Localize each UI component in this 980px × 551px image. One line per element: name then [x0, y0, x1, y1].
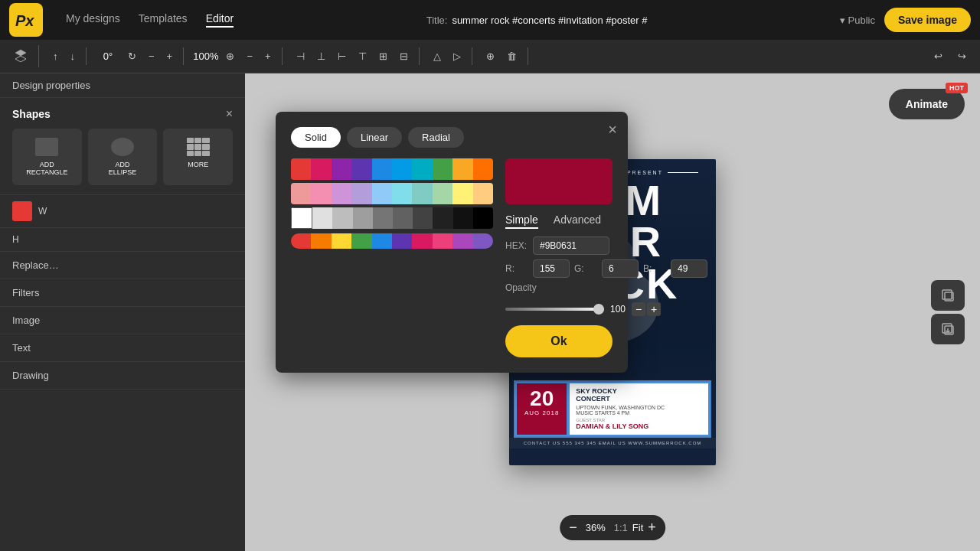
tab-radial[interactable]: Radial — [408, 127, 464, 148]
animate-button[interactable]: HOT Animate — [889, 89, 965, 119]
flip-v-button[interactable]: ▷ — [449, 47, 466, 65]
swatch[interactable] — [351, 158, 371, 180]
mode-simple[interactable]: Simple — [505, 212, 538, 229]
swatch[interactable] — [412, 233, 432, 249]
zoom-icon[interactable]: ⊕ — [221, 47, 239, 65]
swatch[interactable] — [392, 158, 412, 180]
swatch[interactable] — [412, 183, 432, 204]
move-up-button[interactable]: ↑ — [48, 47, 63, 65]
save-image-button[interactable]: Save image — [884, 8, 971, 32]
swatch[interactable] — [473, 158, 493, 180]
swatch[interactable] — [353, 207, 373, 229]
swatch[interactable] — [372, 158, 392, 180]
redo-button[interactable]: ↪ — [953, 47, 971, 65]
swatch[interactable] — [372, 233, 392, 249]
replace-label[interactable]: Replace… — [0, 252, 245, 279]
align-top-button[interactable]: ⊤ — [354, 47, 371, 65]
add-rectangle-button[interactable]: ADD RECTANGLE — [12, 129, 82, 185]
swatch[interactable] — [473, 183, 493, 204]
align-left-button[interactable]: ⊣ — [292, 47, 309, 65]
logo[interactable]: Px — [9, 3, 43, 37]
refresh-icon[interactable]: ↻ — [123, 47, 141, 65]
fill-color-row[interactable]: W — [0, 195, 245, 228]
undo-button[interactable]: ↩ — [929, 47, 947, 65]
title-value[interactable]: summer rock #concerts #invitation #poste… — [452, 15, 647, 26]
g-input[interactable] — [602, 259, 639, 278]
zoom-fit-button[interactable]: Fit — [632, 522, 643, 533]
add-more-button[interactable]: MORE — [163, 129, 233, 185]
replace-item[interactable]: H — [0, 228, 245, 252]
zoom-plus-button[interactable]: + — [260, 47, 276, 65]
align-center-button[interactable]: ⊥ — [312, 47, 330, 65]
swatch[interactable] — [393, 207, 413, 229]
rotate-plus-button[interactable]: + — [162, 47, 178, 65]
rotate-minus-button[interactable]: − — [144, 47, 159, 65]
swatch[interactable] — [332, 158, 351, 180]
text-label[interactable]: Text — [0, 334, 245, 362]
swatch[interactable] — [392, 183, 412, 204]
swatch[interactable] — [291, 183, 311, 204]
swatch[interactable] — [412, 158, 432, 180]
swatch[interactable] — [291, 207, 312, 229]
drawing-label[interactable]: Drawing — [0, 362, 245, 390]
move-down-button[interactable]: ↓ — [66, 47, 80, 65]
swatch[interactable] — [392, 233, 412, 249]
ok-button[interactable]: Ok — [505, 325, 612, 357]
swatch[interactable] — [332, 183, 351, 204]
opacity-slider[interactable] — [505, 308, 604, 311]
swatch[interactable] — [452, 233, 472, 249]
b-input[interactable] — [671, 259, 707, 278]
filters-label[interactable]: Filters — [0, 279, 245, 307]
swatch[interactable] — [311, 233, 331, 249]
align-right-button[interactable]: ⊢ — [333, 47, 351, 65]
swatch[interactable] — [332, 207, 352, 229]
color-preview[interactable] — [505, 158, 612, 204]
tab-solid[interactable]: Solid — [291, 127, 341, 148]
swatch[interactable] — [312, 207, 332, 229]
swatch[interactable] — [291, 158, 311, 180]
copy-above-button[interactable] — [931, 280, 965, 311]
swatch[interactable] — [473, 233, 493, 249]
picker-close-button[interactable]: × — [608, 121, 617, 139]
flip-h-button[interactable]: △ — [429, 47, 446, 65]
swatch[interactable] — [473, 207, 493, 229]
zoom-out-button[interactable]: − — [569, 520, 577, 536]
swatch[interactable] — [452, 158, 472, 180]
image-label[interactable]: Image — [0, 307, 245, 334]
hex-input[interactable] — [533, 236, 609, 255]
align-bottom-button[interactable]: ⊟ — [395, 47, 413, 65]
swatch[interactable] — [351, 233, 371, 249]
shapes-close-button[interactable]: × — [226, 107, 233, 121]
nav-templates[interactable]: Templates — [139, 12, 188, 28]
opacity-plus-button[interactable]: + — [647, 302, 661, 316]
swatch[interactable] — [332, 233, 351, 249]
swatch[interactable] — [373, 207, 393, 229]
add-ellipse-button[interactable]: ADD ELLIPSE — [88, 129, 158, 185]
nav-my-designs[interactable]: My designs — [66, 12, 120, 28]
swatch[interactable] — [433, 207, 452, 229]
swatch[interactable] — [372, 183, 392, 204]
swatch[interactable] — [433, 233, 452, 249]
swatch[interactable] — [433, 183, 452, 204]
copy-below-button[interactable] — [931, 314, 965, 344]
swatch[interactable] — [453, 207, 473, 229]
r-input[interactable] — [533, 259, 570, 278]
swatch[interactable] — [351, 183, 371, 204]
delete-button[interactable]: 🗑 — [502, 47, 521, 65]
add-button[interactable]: ⊕ — [482, 47, 499, 65]
align-middle-button[interactable]: ⊞ — [374, 47, 392, 65]
swatch[interactable] — [452, 183, 472, 204]
layer-button[interactable] — [9, 45, 32, 67]
tab-linear[interactable]: Linear — [347, 127, 402, 148]
opacity-minus-button[interactable]: − — [632, 302, 645, 316]
swatch[interactable] — [311, 183, 331, 204]
zoom-in-button[interactable]: + — [648, 520, 656, 536]
nav-editor[interactable]: Editor — [206, 12, 234, 28]
swatch[interactable] — [311, 158, 331, 180]
public-button[interactable]: ▾ Public — [840, 15, 875, 26]
swatch[interactable] — [291, 233, 311, 249]
swatch[interactable] — [433, 158, 452, 180]
swatch[interactable] — [413, 207, 433, 229]
mode-advanced[interactable]: Advanced — [554, 212, 601, 229]
zoom-minus-button[interactable]: − — [242, 47, 257, 65]
